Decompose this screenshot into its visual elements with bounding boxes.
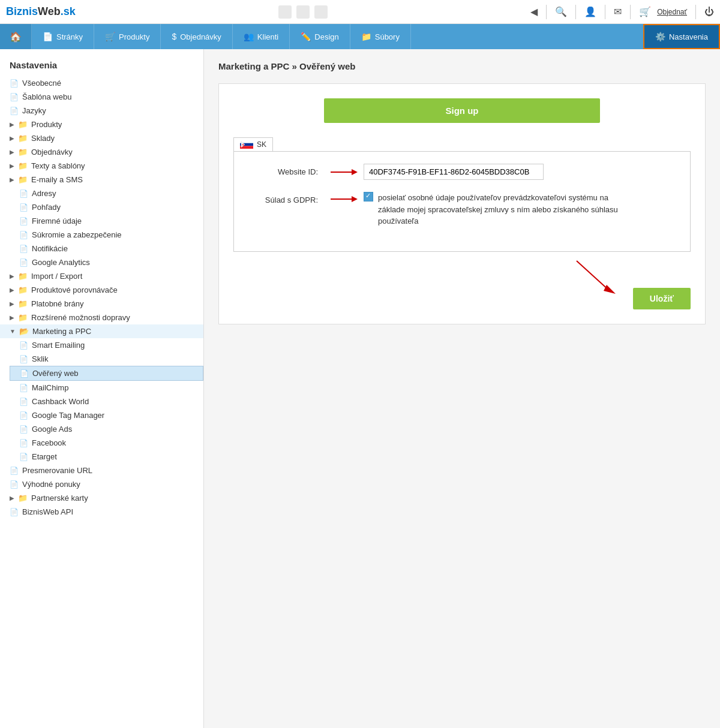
sidebar-item-google-ads[interactable]: 📄 Google Ads [10, 422, 203, 436]
sidebar-item-gtm[interactable]: 📄 Google Tag Manager [10, 408, 203, 422]
sidebar-label-mailchimp: MailChimp [32, 383, 68, 392]
logo: Biznis Web .sk [6, 5, 76, 18]
nav-home-button[interactable]: 🏠 [0, 24, 32, 49]
doc-icon-cashback: 📄 [19, 398, 28, 406]
sidebar-item-presmerovanie[interactable]: 📄 Presmerovanie URL [0, 464, 203, 477]
doc-icon-ga: 📄 [19, 258, 28, 267]
sidebar-item-etarget[interactable]: 📄 Etarget [10, 450, 203, 464]
svg-marker-11 [604, 285, 616, 294]
sidebar-label-marketing: Marketing a PPC [32, 327, 91, 336]
nav-item-produkty[interactable]: 🛒 Produkty [94, 24, 161, 49]
gdpr-checkbox[interactable] [364, 192, 373, 201]
lang-label-sk: SK [257, 140, 266, 149]
sidebar-label-pohlady: Pohľady [32, 203, 61, 212]
objednat-link[interactable]: Objednať [657, 8, 687, 16]
doc-icon-notif: 📄 [19, 245, 28, 253]
divider-3 [605, 5, 605, 19]
svg-marker-7 [352, 169, 358, 175]
sidebar-item-notifikacie[interactable]: 📄 Notifikácie [10, 242, 203, 255]
sidebar-item-texty[interactable]: ▶ 📁 Texty a šablóny [0, 159, 203, 173]
gdpr-arrow-icon [328, 193, 358, 205]
sidebar-item-produkty-folder[interactable]: ▶ 📁 Produkty [0, 118, 203, 131]
doc-icon-firemne: 📄 [19, 217, 28, 225]
lang-section: Website ID: Súlad s GDPR: [233, 151, 691, 252]
sidebar-item-import[interactable]: ▶ 📁 Import / Export [0, 269, 203, 283]
nav-item-objednavky[interactable]: $ Objednávky [161, 24, 232, 49]
back-arrow-icon[interactable]: ◀ [530, 6, 538, 17]
center-icon-3 [314, 5, 328, 19]
sidebar-item-sukromie[interactable]: 📄 Súkromie a zabezpečenie [10, 228, 203, 242]
sidebar-item-vseobecne[interactable]: 📄 Všeobecné [0, 76, 203, 90]
expand-icon-mkt: ▼ [10, 328, 16, 335]
search-icon[interactable]: 🔍 [555, 6, 567, 17]
content-card: Sign up + SK [218, 83, 706, 324]
sidebar-label-import: Import / Export [31, 272, 82, 281]
doc-icon-sablona: 📄 [10, 93, 19, 101]
sidebar-item-api[interactable]: 📄 BiznisWeb API [0, 505, 203, 519]
nav-label-nastavenia: Nastavenia [669, 32, 708, 41]
expand-icon-roz: ▶ [10, 314, 14, 321]
sidebar-item-rozsirene[interactable]: ▶ 📁 Rozšírené možnosti dopravy [0, 311, 203, 324]
expand-icon-plat: ▶ [10, 300, 14, 307]
sidebar-item-facebook[interactable]: 📄 Facebook [10, 436, 203, 450]
signup-button[interactable]: Sign up [324, 98, 600, 123]
nav-item-subory[interactable]: 📁 Súbory [350, 24, 411, 49]
main-layout: Nastavenia 📄 Všeobecné 📄 Šablóna webu 📄 … [0, 49, 720, 728]
sidebar: Nastavenia 📄 Všeobecné 📄 Šablóna webu 📄 … [0, 49, 204, 728]
doc-icon-smart: 📄 [19, 341, 28, 350]
subory-icon: 📁 [361, 32, 371, 41]
sidebar-label-vseobecne: Všeobecné [22, 79, 61, 88]
folder-icon-prod: 📁 [18, 285, 28, 294]
sidebar-label-partnerske: Partnerské karty [31, 494, 88, 503]
sidebar-item-jazyky[interactable]: 📄 Jazyky [0, 104, 203, 118]
nav-item-nastavenia[interactable]: ⚙️ Nastavenia [643, 24, 720, 49]
folder-icon-plat: 📁 [18, 299, 28, 308]
lang-tab-sk[interactable]: + SK [233, 137, 273, 151]
sidebar-item-adresy[interactable]: 📄 Adresy [10, 186, 203, 200]
sidebar-item-partnerske[interactable]: ▶ 📁 Partnerské karty [0, 491, 203, 505]
folder-icon-sklady: 📁 [18, 134, 28, 143]
sidebar-item-vyhodne[interactable]: 📄 Výhodné ponuky [0, 477, 203, 491]
expand-icon-obj: ▶ [10, 149, 14, 155]
cart-icon[interactable]: 🛒 [639, 6, 651, 17]
sidebar-item-objednavky-folder[interactable]: ▶ 📁 Objednávky [0, 145, 203, 159]
sidebar-item-marketing-folder[interactable]: ▼ 📂 Marketing a PPC [0, 324, 203, 338]
gdpr-label: Súlad s GDPR: [246, 192, 318, 204]
website-id-label: Website ID: [246, 164, 318, 176]
nav-label-subory: Súbory [375, 32, 400, 41]
logo-sk: .sk [61, 5, 76, 18]
sidebar-label-platobne: Platobné brány [31, 299, 83, 308]
divider-5 [695, 5, 696, 19]
sidebar-item-produktove[interactable]: ▶ 📁 Produktové porovnávače [0, 283, 203, 297]
sidebar-item-sablona[interactable]: 📄 Šablóna webu [0, 90, 203, 104]
sidebar-item-pohlady[interactable]: 📄 Pohľady [10, 200, 203, 214]
nav-item-stranky[interactable]: 📄 Stránky [32, 24, 94, 49]
expand-icon-prod: ▶ [10, 287, 14, 293]
stranky-icon: 📄 [43, 32, 53, 41]
sidebar-item-emaily[interactable]: ▶ 📁 E-maily a SMS [0, 173, 203, 186]
sidebar-item-sklik[interactable]: 📄 Sklik [10, 352, 203, 366]
mail-icon[interactable]: ✉ [614, 6, 622, 17]
save-button[interactable]: Uložiť [633, 288, 691, 309]
website-id-input[interactable] [364, 164, 544, 180]
expand-icon: ▶ [10, 121, 14, 128]
sidebar-item-sklady[interactable]: ▶ 📁 Sklady [0, 131, 203, 145]
nav-item-klienti[interactable]: 👥 Klienti [233, 24, 290, 49]
sidebar-item-platobne[interactable]: ▶ 📁 Platobné brány [0, 297, 203, 311]
nav-label-produkty: Produkty [119, 32, 149, 41]
svg-marker-9 [352, 196, 358, 202]
sidebar-item-mailchimp[interactable]: 📄 MailChimp [10, 381, 203, 395]
folder-icon-produkty: 📁 [18, 120, 28, 129]
power-icon[interactable]: ⏻ [704, 7, 714, 17]
sidebar-item-smart-emailing[interactable]: 📄 Smart Emailing [10, 338, 203, 352]
sidebar-item-google-analytics[interactable]: 📄 Google Analytics [10, 255, 203, 269]
divider-4 [630, 5, 631, 19]
sidebar-item-cashback[interactable]: 📄 Cashback World [10, 395, 203, 408]
sidebar-item-overeny-web[interactable]: 📄 Ověřený web [10, 366, 203, 381]
sidebar-item-firemne[interactable]: 📄 Firemné údaje [10, 214, 203, 228]
sidebar-label-sukromie: Súkromie a zabezpečenie [32, 230, 122, 239]
expand-icon-texty: ▶ [10, 163, 14, 169]
user-icon[interactable]: 👤 [584, 6, 596, 17]
nav-item-design[interactable]: ✏️ Design [290, 24, 350, 49]
sidebar-label-produktove: Produktové porovnávače [31, 285, 118, 294]
